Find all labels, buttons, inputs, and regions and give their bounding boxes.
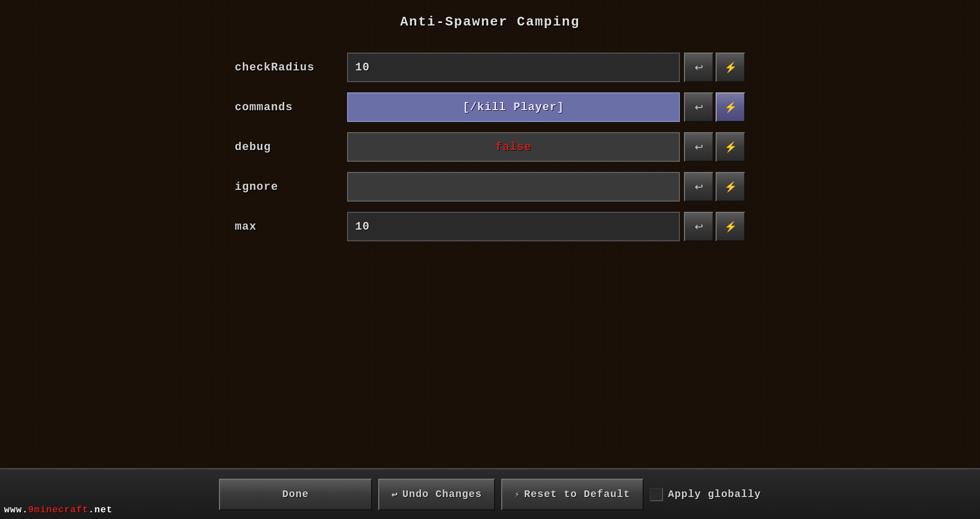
watermark-www: www.	[4, 505, 28, 515]
reset-button[interactable]: Reset to Default	[501, 479, 644, 510]
label-debug: debug	[235, 141, 347, 154]
input-wrapper-debug	[347, 132, 680, 162]
reset-btn-max[interactable]: ⚡	[716, 212, 745, 241]
input-wrapper-checkRadius	[347, 53, 680, 82]
undo-button[interactable]: Undo Changes	[378, 479, 495, 510]
input-wrapper-ignore	[347, 172, 680, 202]
bottom-bar: Done Undo Changes Reset to Default Apply…	[0, 468, 980, 519]
label-ignore: ignore	[235, 181, 347, 193]
label-checkRadius: checkRadius	[235, 61, 347, 74]
reset-btn-checkRadius[interactable]: ⚡	[716, 53, 745, 82]
btn-group-ignore: ↩⚡	[684, 172, 745, 202]
reset-btn-commands[interactable]: ⚡	[716, 92, 745, 122]
watermark: www.9minecraft.net	[4, 505, 112, 515]
apply-globally-label: Apply globally	[668, 488, 761, 500]
config-container: checkRadius↩⚡commands↩⚡debug↩⚡ignore↩⚡ma…	[235, 50, 745, 249]
btn-group-checkRadius: ↩⚡	[684, 53, 745, 82]
btn-group-debug: ↩⚡	[684, 132, 745, 162]
watermark-text: www.9minecraft.net	[4, 505, 112, 515]
undo-btn-debug[interactable]: ↩	[684, 132, 714, 162]
watermark-9minecraft: 9minecraft	[28, 505, 88, 515]
reset-btn-ignore[interactable]: ⚡	[716, 172, 745, 202]
undo-btn-commands[interactable]: ↩	[684, 92, 714, 122]
input-checkRadius[interactable]	[347, 53, 680, 82]
btn-group-commands: ↩⚡	[684, 92, 745, 122]
undo-btn-ignore[interactable]: ↩	[684, 172, 714, 202]
config-row-ignore: ignore↩⚡	[235, 169, 745, 204]
reset-label: Reset to Default	[524, 488, 630, 500]
input-wrapper-max	[347, 212, 680, 241]
input-commands[interactable]	[347, 92, 680, 122]
done-label: Done	[282, 488, 309, 500]
undo-label: Undo Changes	[402, 488, 482, 500]
apply-globally-checkbox[interactable]	[650, 488, 663, 501]
label-commands: commands	[235, 101, 347, 114]
done-button[interactable]: Done	[219, 479, 372, 510]
input-max[interactable]	[347, 212, 680, 241]
page-title: Anti-Spawner Camping	[400, 14, 580, 30]
btn-group-max: ↩⚡	[684, 212, 745, 241]
reset-btn-debug[interactable]: ⚡	[716, 132, 745, 162]
undo-btn-checkRadius[interactable]: ↩	[684, 53, 714, 82]
config-row-commands: commands↩⚡	[235, 90, 745, 125]
apply-globally-area[interactable]: Apply globally	[650, 488, 761, 501]
reset-icon	[514, 488, 520, 500]
watermark-net: .net	[88, 505, 112, 515]
label-max: max	[235, 220, 347, 233]
input-ignore[interactable]	[347, 172, 680, 202]
config-row-checkRadius: checkRadius↩⚡	[235, 50, 745, 85]
config-row-debug: debug↩⚡	[235, 130, 745, 164]
config-row-max: max↩⚡	[235, 209, 745, 244]
input-wrapper-commands	[347, 92, 680, 122]
input-debug[interactable]	[347, 132, 680, 162]
undo-icon	[391, 488, 398, 501]
undo-btn-max[interactable]: ↩	[684, 212, 714, 241]
